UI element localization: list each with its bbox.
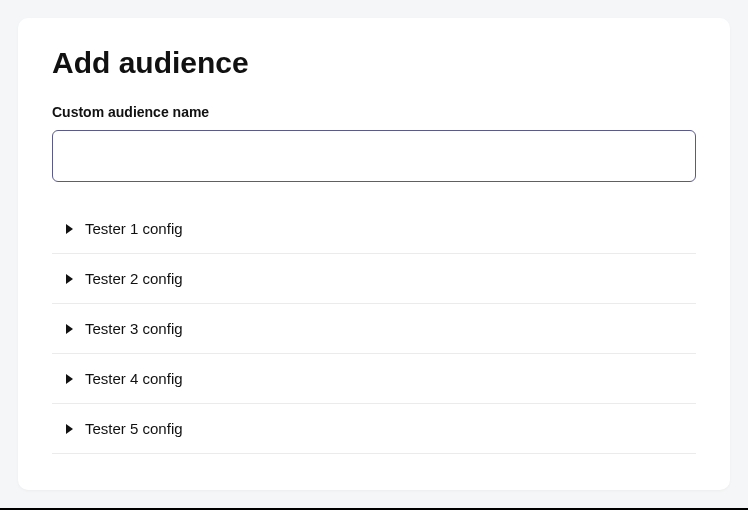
tester-2-config-toggle[interactable]: Tester 2 config — [52, 254, 696, 303]
tester-3-config-toggle[interactable]: Tester 3 config — [52, 304, 696, 353]
page-title: Add audience — [52, 46, 696, 80]
accordion-item: Tester 5 config — [52, 404, 696, 454]
chevron-right-icon — [66, 424, 73, 434]
tester-4-config-toggle[interactable]: Tester 4 config — [52, 354, 696, 403]
audience-card: Add audience Custom audience name Tester… — [18, 18, 730, 490]
custom-audience-name-label: Custom audience name — [52, 104, 696, 120]
tester-accordion: Tester 1 config Tester 2 config Tester 3… — [52, 204, 696, 454]
chevron-right-icon — [66, 324, 73, 334]
accordion-label: Tester 2 config — [85, 270, 183, 287]
tester-5-config-toggle[interactable]: Tester 5 config — [52, 404, 696, 453]
accordion-label: Tester 3 config — [85, 320, 183, 337]
chevron-right-icon — [66, 374, 73, 384]
tester-1-config-toggle[interactable]: Tester 1 config — [52, 204, 696, 253]
accordion-item: Tester 4 config — [52, 354, 696, 404]
accordion-label: Tester 5 config — [85, 420, 183, 437]
accordion-item: Tester 1 config — [52, 204, 696, 254]
chevron-right-icon — [66, 274, 73, 284]
accordion-item: Tester 2 config — [52, 254, 696, 304]
custom-audience-name-input[interactable] — [52, 130, 696, 182]
accordion-label: Tester 1 config — [85, 220, 183, 237]
accordion-item: Tester 3 config — [52, 304, 696, 354]
chevron-right-icon — [66, 224, 73, 234]
accordion-label: Tester 4 config — [85, 370, 183, 387]
